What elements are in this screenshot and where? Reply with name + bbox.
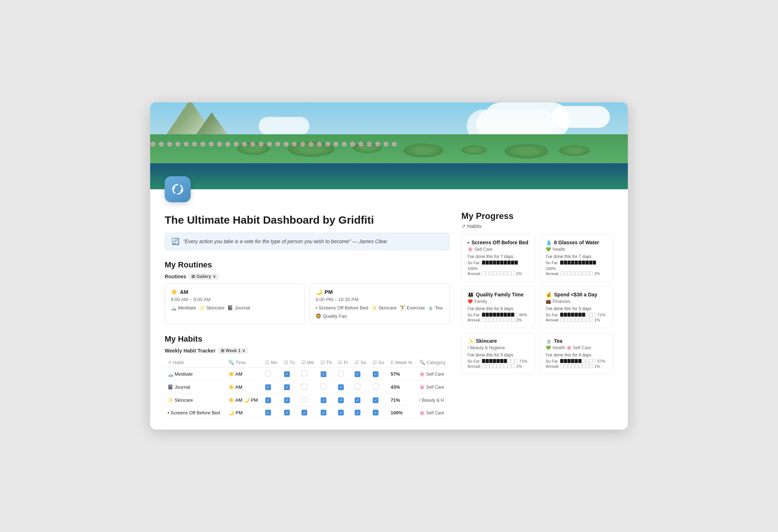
habit-time: ☀️ AM 🌙 PM bbox=[225, 393, 262, 406]
week-badge[interactable]: ⊞ Week 1 ∨ bbox=[218, 347, 248, 354]
habit-th[interactable] bbox=[318, 380, 335, 393]
habit-su[interactable]: ✓ bbox=[370, 367, 388, 380]
habit-we[interactable] bbox=[299, 367, 318, 380]
habit-pct: 71% bbox=[388, 393, 416, 406]
progress-card-tea: 🍵Tea 💚Health 🌸 Self Care I've done this … bbox=[540, 333, 613, 375]
app-icon[interactable] bbox=[165, 176, 191, 202]
habit-we[interactable]: ✓ bbox=[299, 406, 318, 419]
habit-fr[interactable] bbox=[335, 367, 352, 380]
habits-table: ↗ Habit 🔍 Time ☑ Mo ☑ Tu ☑ We ☑ Th ☑ Fr … bbox=[165, 358, 450, 419]
quote-icon: 🔄 bbox=[172, 237, 179, 245]
habit-time: 🌙 PM bbox=[225, 406, 262, 419]
habit-tu[interactable]: ✓ bbox=[281, 367, 299, 380]
table-row: ✨ Skincare ☀️ AM 🌙 PM ✓ ✓ ✓ ✓ ✓ ✓ 71% /B… bbox=[165, 393, 450, 406]
habit-category: 🌸Self Care bbox=[417, 380, 450, 393]
routine-card-am: ☀️ AM 8:00 AM – 9:00 AM 🏔️Meditate ✨Skin… bbox=[165, 283, 305, 324]
progress-heading: My Progress bbox=[461, 211, 613, 221]
progress-card-days: I've done this for 7 days bbox=[468, 254, 529, 259]
progress-card-water: 💧8 Glasses of Water 💚Health I've done th… bbox=[540, 234, 613, 282]
col-habit[interactable]: ↗ Habit bbox=[165, 358, 225, 368]
habit-fr[interactable]: ✓ bbox=[335, 380, 352, 393]
progress-card-days: I've done this for 5 days bbox=[546, 306, 607, 311]
progress-bar-annual: Annual: 2% bbox=[468, 318, 529, 322]
habit-fr[interactable]: ✓ bbox=[335, 406, 352, 419]
progress-grid: ▪️Screens Off Before Bed 🌸Self Care I've… bbox=[461, 234, 613, 375]
progress-bar-annual: Annual: 2% bbox=[546, 271, 607, 276]
habit-th[interactable]: ✓ bbox=[318, 393, 335, 406]
progress-card-title: ✨Skincare bbox=[468, 338, 529, 344]
progress-bar-annual: Annual: 2% bbox=[468, 271, 529, 276]
progress-card-days: I've done this for 7 days bbox=[546, 254, 607, 259]
progress-card-spend: 💰Spend <$30 a Day 💼Finances I've done th… bbox=[540, 286, 613, 328]
routines-grid: ☀️ AM 8:00 AM – 9:00 AM 🏔️Meditate ✨Skin… bbox=[165, 283, 450, 324]
progress-card-days: I've done this for 4 days bbox=[546, 352, 607, 358]
progress-bar-so-far: So Far: 100% bbox=[546, 261, 607, 271]
habit-su[interactable]: ✓ bbox=[370, 406, 388, 419]
habit-category: 🌸Self Care bbox=[417, 367, 450, 380]
habit-name: ✨ Skincare bbox=[165, 393, 225, 406]
col-tu[interactable]: ☑ Tu bbox=[281, 358, 299, 368]
habit-mo[interactable]: ✓ bbox=[262, 393, 281, 406]
progress-card-screens: ▪️Screens Off Before Bed 🌸Self Care I've… bbox=[461, 234, 535, 282]
progress-card-category: 🌸Self Care bbox=[468, 247, 529, 252]
app-window: The Ultimate Habit Dashboard by Gridfiti… bbox=[150, 102, 628, 430]
progress-card-family: 👨‍👩‍👧Quality Family Time ❤️Family I've d… bbox=[461, 286, 535, 328]
habit-tu[interactable]: ✓ bbox=[281, 406, 299, 419]
habit-th[interactable]: ✓ bbox=[318, 367, 335, 380]
habit-mo[interactable]: ✓ bbox=[262, 380, 281, 393]
routine-pm-tags: ▪️Screens Off Before Bed ✨Skincare 🏋️Exe… bbox=[316, 305, 444, 319]
progress-bar-so-far: So Far: 71% bbox=[546, 313, 607, 317]
main-content: The Ultimate Habit Dashboard by Gridfiti… bbox=[150, 202, 628, 430]
routine-pm-title: 🌙 PM bbox=[316, 289, 444, 295]
habit-sa[interactable] bbox=[352, 380, 370, 393]
habit-category: /Beauty & H bbox=[417, 393, 450, 406]
routine-pm-time: 8:00 PM – 10:30 PM bbox=[316, 297, 444, 302]
col-fr[interactable]: ☑ Fr bbox=[335, 358, 352, 368]
habit-mo[interactable] bbox=[262, 367, 281, 380]
progress-card-days: I've done this for 6 days bbox=[468, 306, 529, 311]
left-panel: The Ultimate Habit Dashboard by Gridfiti… bbox=[165, 211, 450, 419]
habit-time: ☀️ AM bbox=[225, 380, 262, 393]
habit-name: 📓 Journal bbox=[165, 380, 225, 393]
table-row: 🏔️ Meditate ☀️ AM ✓ ✓ ✓ ✓ 57% 🌸Self Care bbox=[165, 367, 450, 380]
col-th[interactable]: ☑ Th bbox=[318, 358, 335, 368]
progress-card-title: 💰Spend <$30 a Day bbox=[546, 292, 607, 297]
progress-card-title: ▪️Screens Off Before Bed bbox=[468, 240, 529, 245]
habit-sa[interactable]: ✓ bbox=[352, 406, 370, 419]
quote-text: "Every action you take is a vote for the… bbox=[183, 238, 387, 244]
habit-time: ☀️ AM bbox=[225, 367, 262, 380]
col-pct[interactable]: Σ Week % bbox=[388, 358, 416, 368]
routine-am-tags: 🏔️Meditate ✨Skincare 📓📓 JournalJournal bbox=[171, 305, 299, 311]
col-sa[interactable]: ☑ Sa bbox=[352, 358, 370, 368]
col-mo[interactable]: ☑ Mo bbox=[262, 358, 281, 368]
routine-am-time: 8:00 AM – 9:00 AM bbox=[171, 297, 299, 302]
habit-tu[interactable]: ✓ bbox=[281, 380, 299, 393]
routines-view-label: Routines ⊞ Gallery ∨ bbox=[165, 273, 450, 280]
progress-card-title: 👨‍👩‍👧Quality Family Time bbox=[468, 292, 529, 297]
habit-mo[interactable]: ✓ bbox=[262, 406, 281, 419]
progress-card-category: /Beauty & Hygiene bbox=[468, 345, 529, 350]
col-we[interactable]: ☑ We bbox=[299, 358, 318, 368]
gallery-badge[interactable]: ⊞ Gallery ∨ bbox=[189, 273, 219, 280]
habit-tu[interactable]: ✓ bbox=[281, 393, 299, 406]
table-row: ▪️ Screens Off Before Bed 🌙 PM ✓ ✓ ✓ ✓ ✓… bbox=[165, 406, 450, 419]
quote-block: 🔄 "Every action you take is a vote for t… bbox=[165, 233, 450, 250]
progress-card-category: ❤️Family bbox=[468, 299, 529, 304]
habit-pct: 100% bbox=[388, 406, 416, 419]
progress-card-title: 💧8 Glasses of Water bbox=[546, 240, 607, 245]
habit-fr[interactable]: ✓ bbox=[335, 393, 352, 406]
habit-sa[interactable]: ✓ bbox=[352, 393, 370, 406]
habit-sa[interactable]: ✓ bbox=[352, 367, 370, 380]
routines-heading: My Routines bbox=[165, 260, 450, 270]
col-su[interactable]: ☑ Su bbox=[370, 358, 388, 368]
habit-su[interactable] bbox=[370, 380, 388, 393]
habit-we[interactable] bbox=[299, 393, 318, 406]
col-category[interactable]: 🔍 Category bbox=[417, 358, 450, 368]
progress-bar-annual: Annual: 1% bbox=[468, 364, 529, 368]
habit-su[interactable]: ✓ bbox=[370, 393, 388, 406]
routine-am-title: ☀️ AM bbox=[171, 289, 299, 295]
col-time[interactable]: 🔍 Time bbox=[225, 358, 262, 368]
table-row: 📓 Journal ☀️ AM ✓ ✓ ✓ 43% 🌸Self Care bbox=[165, 380, 450, 393]
habit-th[interactable]: ✓ bbox=[318, 406, 335, 419]
habit-we[interactable] bbox=[299, 380, 318, 393]
